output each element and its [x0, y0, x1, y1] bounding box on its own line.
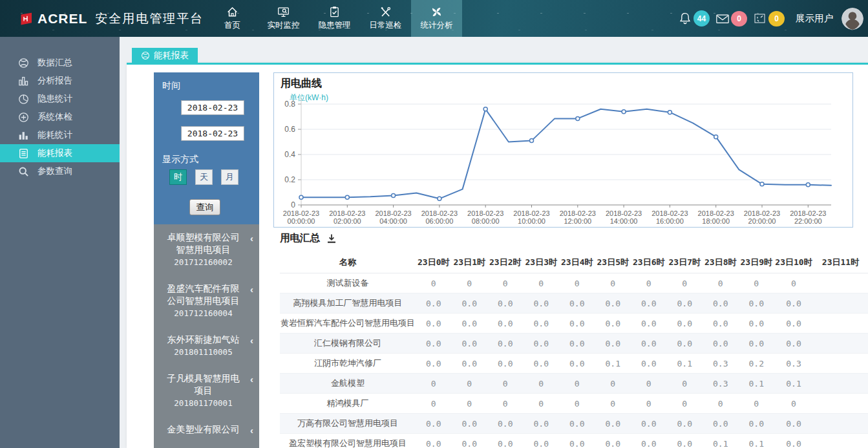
nav-item-inspection[interactable]: 日常巡检	[360, 0, 411, 37]
nav-item-statistics[interactable]: 统计分析	[411, 0, 462, 37]
value-cell: 0.0	[774, 314, 813, 334]
value-cell: 0.0	[559, 414, 595, 434]
value-cell: 0.0	[631, 334, 667, 354]
electricity-line-chart: 00.20.40.60.82018-02-2300:00:002018-02-2…	[274, 73, 852, 227]
project-code: 201801170001	[164, 397, 242, 409]
row-name-cell: 万高有限公司智慧用电项目	[280, 414, 416, 434]
value-cell: 0.0	[559, 434, 595, 448]
row-name-cell: 精鸿模具厂	[280, 394, 416, 414]
mode-button-月[interactable]: 月	[221, 169, 238, 185]
nav-item-home[interactable]: 首页	[207, 0, 258, 37]
table-row: 万高有限公司智慧用电项目0.00.00.00.00.00.00.00.00.00…	[280, 414, 868, 434]
project-code: 201801110005	[164, 346, 242, 358]
sidebar-item-data-summary[interactable]: 数据汇总	[0, 54, 120, 72]
project-code: 201712160002	[164, 256, 242, 268]
date-to-input[interactable]	[181, 126, 244, 141]
value-cell: 0.2	[739, 354, 775, 374]
svg-text:2018-02-2320:00:00: 2018-02-2320:00:00	[744, 209, 780, 225]
plus-circle-icon	[18, 112, 29, 123]
value-cell: 0	[559, 374, 595, 394]
project-list-item[interactable]: 卓顺塑模有限公司智慧用电项目201712160002‹	[154, 224, 259, 275]
value-cell	[813, 434, 868, 448]
value-cell: 0.0	[703, 314, 739, 334]
project-list-item[interactable]: 金美塑业有限公司‹	[154, 416, 259, 443]
project-list-item[interactable]: 东外环新捷加气站201801110005‹	[154, 326, 259, 365]
value-cell: 0.0	[452, 334, 488, 354]
tab-energy-report[interactable]: 能耗报表	[132, 48, 198, 63]
acrel-logo-icon	[19, 12, 34, 26]
sidebar-item-label: 数据汇总	[37, 57, 72, 69]
sidebar-item-hazard-stats[interactable]: 隐患统计	[0, 90, 120, 108]
value-cell: 0.0	[524, 293, 560, 314]
svg-text:0.6: 0.6	[284, 125, 295, 134]
project-list-item[interactable]: 盈盛汽车配件有限公司智慧用电项目201712160004‹	[154, 275, 259, 326]
value-cell: 0	[631, 394, 667, 414]
nav-item-label: 统计分析	[421, 20, 453, 31]
mail-notification[interactable]: 0	[715, 11, 747, 27]
value-cell: 0.0	[524, 334, 560, 354]
value-cell: 0.0	[416, 334, 452, 354]
value-cell: 0	[559, 394, 595, 414]
report-notification[interactable]: 0	[753, 11, 785, 27]
value-cell: 0.0	[739, 414, 775, 434]
value-cell: 0.0	[595, 314, 631, 334]
value-cell: 0.0	[487, 293, 524, 314]
sidebar-item-analysis-report[interactable]: 分析报告	[0, 72, 120, 90]
row-name-cell: 盈宏塑模有限公司智慧用电项目	[280, 434, 416, 448]
mode-button-天[interactable]: 天	[195, 169, 213, 185]
row-name-cell: 江阴市乾坤汽修厂	[280, 354, 416, 374]
value-cell: 0.0	[631, 293, 667, 314]
value-cell: 0	[452, 273, 488, 293]
download-icon[interactable]	[326, 233, 337, 244]
chevron-left-icon: ‹	[250, 233, 253, 244]
sidebar-item-energy-report[interactable]: 能耗报表	[0, 144, 120, 162]
project-name: 子凡模具智慧用电项目	[164, 372, 242, 397]
svg-text:2018-02-2304:00:00: 2018-02-2304:00:00	[375, 209, 411, 225]
sidebar-item-system-check[interactable]: 系统体检	[0, 108, 120, 126]
bars-icon	[18, 130, 29, 141]
column-header: 23日0时	[416, 252, 452, 273]
value-cell: 0	[739, 394, 775, 414]
value-cell: 0	[595, 374, 631, 394]
value-cell: 0.0	[416, 293, 452, 314]
value-cell: 0	[667, 273, 703, 293]
value-cell	[813, 394, 868, 414]
nav-item-hazard[interactable]: 隐患管理	[309, 0, 360, 37]
nav-item-label: 首页	[224, 20, 240, 31]
value-cell: 0.0	[559, 314, 595, 334]
bell-notification[interactable]: 44	[678, 10, 710, 27]
table-title: 用电汇总	[280, 231, 320, 245]
current-user-label[interactable]: 展示用户	[796, 12, 833, 25]
sidebar-item-label: 分析报告	[37, 75, 72, 87]
query-button[interactable]: 查询	[189, 199, 220, 215]
nav-item-monitor[interactable]: 实时监控	[258, 0, 309, 37]
electricity-summary-table: 名称23日0时23日1时23日2时23日3时23日4时23日5时23日6时23日…	[280, 252, 868, 448]
project-code: 201712160004	[164, 307, 242, 319]
svg-text:0.2: 0.2	[284, 175, 295, 184]
table-row: 黄岩恒辉汽车配件公司智慧用电项目0.00.00.00.00.00.00.00.0…	[280, 314, 868, 334]
brand: ACREL 安全用电管理平台	[0, 10, 233, 27]
mode-button-时[interactable]: 时	[169, 169, 187, 185]
value-cell: 0.0	[487, 314, 524, 334]
value-cell: 0	[595, 394, 631, 414]
column-header: 23日9时	[739, 252, 775, 273]
chevron-left-icon: ‹	[250, 335, 253, 346]
value-cell: 0.0	[739, 334, 775, 354]
project-list-item[interactable]: 子凡模具智慧用电项目201801170001‹	[154, 365, 259, 416]
ball-icon	[141, 51, 150, 60]
date-from-input[interactable]	[181, 100, 244, 115]
value-cell: 0	[631, 273, 667, 293]
sidebar-item-energy-stats[interactable]: 能耗统计	[0, 126, 120, 144]
value-cell: 0	[416, 374, 452, 394]
display-mode-label: 显示方式	[162, 154, 198, 165]
value-cell: 0.0	[524, 434, 560, 448]
svg-text:0.4: 0.4	[284, 150, 295, 159]
value-cell: 0	[774, 394, 813, 414]
value-cell: 0.0	[774, 434, 813, 448]
bell-badge: 44	[693, 10, 710, 27]
user-avatar[interactable]	[842, 8, 863, 30]
value-cell: 0.0	[487, 334, 524, 354]
value-cell: 0.0	[416, 434, 452, 448]
sidebar-item-param-query[interactable]: 参数查询	[0, 162, 120, 180]
table-row: 测试新设备00000000000	[280, 273, 868, 293]
